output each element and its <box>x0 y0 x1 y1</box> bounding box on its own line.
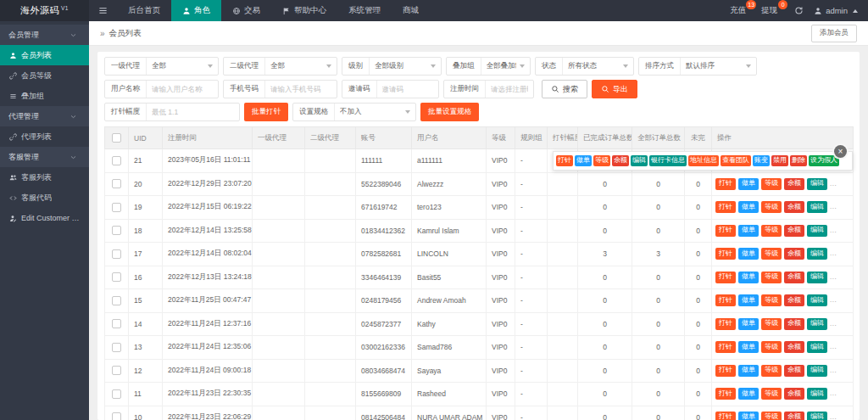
action-button-balance[interactable]: 余额 <box>784 294 804 306</box>
action-button-edit[interactable]: 编辑 <box>807 225 827 237</box>
sidebar-item-8[interactable]: 客服代码 <box>0 188 89 208</box>
more-actions-indicator[interactable]: ... <box>830 343 837 350</box>
nav-item-4[interactable]: 系统管理 <box>337 0 392 21</box>
sidebar-item-7[interactable]: 客服列表 <box>0 167 89 188</box>
action-button-inject[interactable]: 打针 <box>715 341 736 353</box>
filter-text-input[interactable] <box>382 85 434 93</box>
action-button-delete[interactable]: 删除 <box>790 155 807 167</box>
action-button-edit[interactable]: 编辑 <box>807 412 827 420</box>
action-button-inject[interactable]: 打针 <box>715 412 736 420</box>
action-button-make-order[interactable]: 做单 <box>738 365 759 377</box>
action-button-make-order[interactable]: 做单 <box>738 388 759 400</box>
more-actions-indicator[interactable]: ... <box>830 249 837 257</box>
action-button-make-order[interactable]: 做单 <box>738 318 759 330</box>
nav-item-2[interactable]: 交易 <box>221 0 271 21</box>
action-button-level[interactable]: 等级 <box>761 225 782 237</box>
action-button-account-change[interactable]: 账变 <box>753 155 770 167</box>
action-button-level[interactable]: 等级 <box>761 178 782 190</box>
export-button[interactable]: 导出 <box>592 80 637 98</box>
close-icon[interactable]: × <box>834 145 847 158</box>
more-actions-indicator[interactable]: ... <box>830 272 837 280</box>
action-button-inject[interactable]: 打针 <box>715 225 736 237</box>
batch-inject-button[interactable]: 批量打针 <box>244 103 288 121</box>
action-button-balance[interactable]: 余额 <box>784 318 804 330</box>
filter-select-value[interactable]: 默认排序 <box>680 58 756 75</box>
action-button-inject[interactable]: 打针 <box>556 155 573 167</box>
action-button-inject[interactable]: 打针 <box>715 365 736 377</box>
action-button-disable[interactable]: 禁用 <box>771 155 788 167</box>
action-button-balance[interactable]: 余额 <box>612 155 629 167</box>
action-button-edit[interactable]: 编辑 <box>807 248 827 260</box>
user-menu[interactable]: admin <box>814 6 858 15</box>
action-button-edit[interactable]: 编辑 <box>807 318 827 330</box>
action-button-make-order[interactable]: 做单 <box>738 294 759 306</box>
filter-text-input[interactable] <box>491 85 528 93</box>
action-button-balance[interactable]: 余额 <box>784 412 804 420</box>
action-button-balance[interactable]: 余额 <box>784 388 804 400</box>
action-button-level[interactable]: 等级 <box>761 341 782 353</box>
row-checkbox[interactable] <box>112 226 121 235</box>
action-button-balance[interactable]: 余额 <box>784 365 804 377</box>
topbar-action-0[interactable]: 充值13 <box>730 5 746 16</box>
action-button-make-order[interactable]: 做单 <box>738 178 759 190</box>
row-checkbox[interactable] <box>112 343 121 352</box>
action-button-edit[interactable]: 编辑 <box>807 294 827 306</box>
nav-item-3[interactable]: 帮助中心 <box>271 0 337 21</box>
batch-set-spec-button[interactable]: 批量设置规格 <box>420 103 479 121</box>
action-button-level[interactable]: 等级 <box>761 294 782 306</box>
action-button-make-order[interactable]: 做单 <box>738 225 759 237</box>
action-button-inject[interactable]: 打针 <box>715 388 736 400</box>
action-button-set-as-dummy[interactable]: 设为假人 <box>809 155 839 167</box>
sidebar-item-0[interactable]: 会员管理 <box>0 25 89 45</box>
action-button-level[interactable]: 等级 <box>761 272 782 283</box>
action-button-level[interactable]: 等级 <box>761 318 782 330</box>
action-button-level[interactable]: 等级 <box>761 365 782 377</box>
action-button-edit[interactable]: 编辑 <box>807 341 827 353</box>
action-button-make-order[interactable]: 做单 <box>738 272 759 283</box>
add-member-button[interactable]: 添加会员 <box>811 25 857 42</box>
action-button-level[interactable]: 等级 <box>761 412 782 420</box>
sidebar-item-6[interactable]: 客服管理 <box>0 147 89 167</box>
sidebar-item-2[interactable]: 会员等级 <box>0 65 89 86</box>
row-checkbox[interactable] <box>112 179 121 188</box>
action-button-make-order[interactable]: 做单 <box>575 155 592 167</box>
spec-select[interactable]: 不加入 <box>334 104 415 120</box>
nav-item-5[interactable]: 商城 <box>392 0 430 21</box>
action-button-make-order[interactable]: 做单 <box>738 341 759 353</box>
topbar-action-1[interactable]: 提现0 <box>761 5 777 16</box>
row-checkbox[interactable] <box>112 319 121 328</box>
row-checkbox[interactable] <box>112 272 121 282</box>
action-button-make-order[interactable]: 做单 <box>738 412 759 420</box>
row-checkbox[interactable] <box>112 296 121 305</box>
action-button-balance[interactable]: 余额 <box>784 178 804 190</box>
search-button[interactable]: 搜索 <box>542 80 587 98</box>
row-checkbox[interactable] <box>112 412 121 420</box>
action-button-make-order[interactable]: 做单 <box>738 201 759 213</box>
action-button-make-order[interactable]: 做单 <box>738 248 759 260</box>
more-actions-indicator[interactable]: ... <box>830 179 837 187</box>
action-button-level[interactable]: 等级 <box>593 155 610 167</box>
more-actions-indicator[interactable]: ... <box>830 319 837 327</box>
action-button-inject[interactable]: 打针 <box>715 201 736 213</box>
app-logo[interactable]: 海外源码 V1 <box>0 0 89 21</box>
action-button-balance[interactable]: 余额 <box>784 201 804 213</box>
sidebar-item-3[interactable]: 叠加组 <box>0 86 89 106</box>
action-button-balance[interactable]: 余额 <box>784 248 804 260</box>
filter-select-value[interactable]: 全部叠加组 <box>481 58 531 75</box>
filter-select-value[interactable]: 全部级别 <box>369 58 441 75</box>
more-actions-indicator[interactable]: ... <box>830 412 837 420</box>
action-button-edit[interactable]: 编辑 <box>807 272 827 283</box>
action-button-edit[interactable]: 编辑 <box>807 178 827 190</box>
action-button-inject[interactable]: 打针 <box>715 248 736 260</box>
row-checkbox[interactable] <box>112 249 121 259</box>
more-actions-indicator[interactable]: ... <box>830 366 837 373</box>
action-button-inject[interactable]: 打针 <box>715 294 736 306</box>
refresh-icon[interactable] <box>794 6 804 15</box>
action-button-edit[interactable]: 编辑 <box>631 155 648 167</box>
action-button-level[interactable]: 等级 <box>761 201 782 213</box>
action-button-balance[interactable]: 余额 <box>784 272 804 283</box>
nav-item-1[interactable]: 角色 <box>171 0 221 21</box>
action-button-edit[interactable]: 编辑 <box>807 201 827 213</box>
select-all-checkbox[interactable] <box>112 133 121 143</box>
filter-text-input[interactable] <box>270 85 331 93</box>
